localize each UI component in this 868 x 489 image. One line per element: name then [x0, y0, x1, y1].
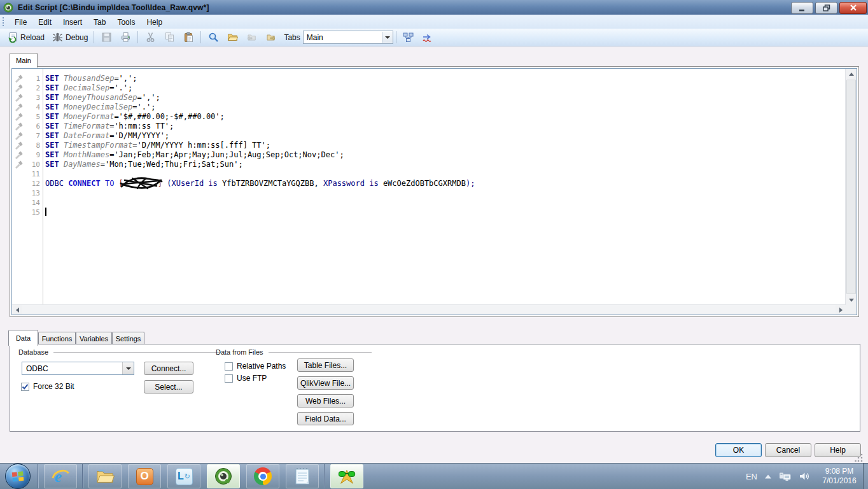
code-line-8[interactable]: 8SET TimestampFormat='D/MM/YYYY h:mm:ss[…: [12, 141, 845, 150]
clock-time: 9:08 PM: [817, 467, 862, 476]
code-line-14[interactable]: 14: [12, 198, 845, 208]
open-folder-button[interactable]: [223, 31, 242, 44]
chevron-down-icon[interactable]: [382, 32, 393, 43]
print-button[interactable]: [116, 31, 135, 44]
line-number: 12: [25, 179, 40, 188]
fielddata-button[interactable]: Field Data...: [297, 412, 354, 425]
copy-button[interactable]: [160, 31, 179, 44]
taskbar-clock[interactable]: 9:08 PM 7/01/2016: [817, 467, 862, 486]
tab-selector[interactable]: Main: [303, 31, 393, 44]
menu-tab[interactable]: Tab: [88, 16, 111, 29]
taskbar-qlikview-button[interactable]: [207, 464, 240, 488]
ok-button[interactable]: OK: [715, 443, 762, 457]
back-icon: [245, 31, 258, 43]
cut-icon: [144, 31, 157, 43]
start-button[interactable]: [5, 464, 31, 489]
forward-button[interactable]: [261, 31, 280, 44]
code-line-2[interactable]: 2SET DecimalSep='.';: [12, 83, 845, 93]
tab-variables[interactable]: Variables: [76, 332, 112, 345]
vertical-scrollbar[interactable]: [845, 69, 857, 305]
resize-grip-icon[interactable]: [855, 453, 864, 462]
line-marker-icon: [12, 122, 25, 131]
menu-help[interactable]: Help: [141, 16, 168, 29]
code-line-4[interactable]: 4SET MoneyDecimalSep='.';: [12, 103, 845, 112]
chevron-down-icon[interactable]: [122, 362, 134, 374]
scroll-up-icon[interactable]: [846, 69, 857, 79]
code-line-3[interactable]: 3SET MoneyThousandSep=',';: [12, 93, 845, 103]
volume-icon[interactable]: [799, 471, 810, 481]
taskbar-internet-explorer-button[interactable]: e: [44, 464, 77, 488]
qlikviewfile-button[interactable]: QlikView File...: [297, 376, 354, 390]
connect-button[interactable]: Connect...: [144, 362, 193, 375]
line-number: 10: [25, 160, 40, 169]
language-indicator[interactable]: EN: [746, 472, 757, 481]
close-button[interactable]: [839, 2, 867, 14]
tab-data[interactable]: Data: [8, 330, 38, 346]
debug-button[interactable]: Debug: [48, 31, 91, 44]
taskbar-chrome-button[interactable]: [246, 464, 279, 488]
back-button[interactable]: [242, 31, 261, 44]
line-marker-icon: [12, 141, 25, 150]
toolbar-separator: [396, 31, 396, 43]
script-tab-main[interactable]: Main: [10, 53, 38, 67]
database-group-header: Database: [18, 348, 221, 357]
tablefile-button[interactable]: Table Files...: [297, 358, 354, 372]
show-hidden-icons-arrow[interactable]: [764, 474, 772, 479]
paste-button[interactable]: [179, 31, 198, 44]
database-selector-value: ODBC: [22, 364, 122, 373]
taskbar-windows-explorer-button[interactable]: [88, 464, 122, 488]
taskbar-outlook-button[interactable]: O: [128, 464, 161, 488]
cut-button[interactable]: [141, 31, 160, 44]
menu-drag-handle-icon[interactable]: [2, 17, 5, 27]
code-line-12[interactable]: 12ODBC CONNECT TO [] (XUserId is YfbTZRB…: [12, 179, 845, 188]
move-tab-button[interactable]: [418, 31, 437, 44]
network-icon[interactable]: [779, 471, 792, 482]
tab-settings[interactable]: Settings: [112, 332, 144, 345]
code-line-6[interactable]: 6SET TimeFormat='h:mm:ss TT';: [12, 122, 845, 131]
reload-button[interactable]: Reload: [3, 31, 48, 44]
scroll-down-icon[interactable]: [846, 295, 857, 305]
cancel-button[interactable]: Cancel: [765, 443, 811, 457]
code-text: SET DayNames='Mon;Tue;Wed;Thu;Fri;Sat;Su…: [45, 160, 243, 169]
minimize-button[interactable]: [791, 2, 813, 14]
menu-edit[interactable]: Edit: [32, 16, 57, 29]
line-marker-icon: [12, 151, 25, 159]
relative-paths-checkbox[interactable]: [225, 362, 233, 371]
code-line-1[interactable]: 1SET ThousandSep=',';: [12, 74, 845, 83]
find-button[interactable]: [204, 31, 223, 44]
vertical-scroll-thumb[interactable]: [846, 80, 856, 294]
taskbar-angry-ip-scanner-button[interactable]: [330, 464, 363, 488]
code-text: SET ThousandSep=',';: [45, 74, 137, 83]
tab-structure-button[interactable]: [399, 31, 418, 44]
webfile-button[interactable]: Web Files...: [297, 394, 354, 408]
code-line-15[interactable]: 15: [12, 208, 845, 217]
save-button[interactable]: [97, 31, 116, 44]
code-line-7[interactable]: 7SET DateFormat='D/MM/YYYY';: [12, 131, 845, 141]
qlikview-icon: [3, 2, 14, 13]
code-text: SET TimeFormat='h:mm:ss TT';: [45, 122, 174, 131]
debug-label: Debug: [66, 33, 88, 42]
taskbar-notepad-button[interactable]: [286, 464, 319, 488]
force-32-bit-checkbox[interactable]: [21, 383, 29, 391]
code-line-9[interactable]: 9SET MonthNames='Jan;Feb;Mar;Apr;May;Jun…: [12, 150, 845, 160]
scroll-right-icon[interactable]: [836, 305, 846, 315]
code-text: SET DecimalSep='.';: [45, 83, 132, 93]
reload-icon: [6, 31, 18, 43]
scroll-left-icon[interactable]: [12, 305, 22, 315]
menu-file[interactable]: File: [9, 16, 32, 29]
use-ftp-checkbox[interactable]: [225, 374, 233, 383]
code-line-5[interactable]: 5SET MoneyFormat='$#,##0.00;-$#,##0.00';: [12, 112, 845, 122]
select-button[interactable]: Select...: [144, 380, 193, 393]
taskbar-lync-button[interactable]: L↻: [167, 464, 200, 488]
code-line-10[interactable]: 10SET DayNames='Mon;Tue;Wed;Thu;Fri;Sat;…: [12, 160, 845, 169]
menu-insert[interactable]: Insert: [57, 16, 88, 29]
restore-button[interactable]: [815, 2, 837, 14]
database-selector[interactable]: ODBC: [22, 362, 134, 375]
tab-functions[interactable]: Functions: [38, 332, 76, 345]
code-text: [45, 208, 46, 217]
script-editor[interactable]: 1SET ThousandSep=',';2SET DecimalSep='.'…: [11, 68, 857, 315]
relative-paths-label: Relative Paths: [237, 362, 286, 371]
show-desktop-button[interactable]: [863, 464, 868, 489]
menu-tools[interactable]: Tools: [111, 16, 141, 29]
horizontal-scrollbar[interactable]: [12, 304, 846, 315]
